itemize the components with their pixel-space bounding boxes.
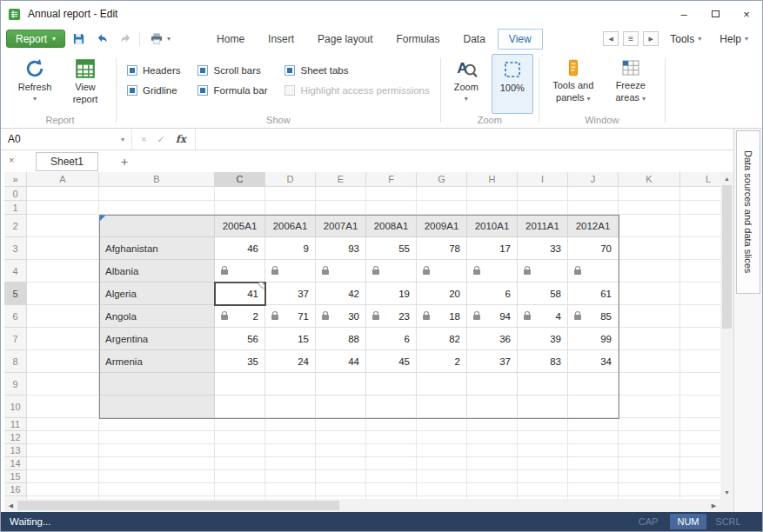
cell-G13[interactable] <box>417 444 467 457</box>
cell-G12[interactable] <box>417 431 467 444</box>
cell-F15[interactable] <box>366 470 417 483</box>
cell-I4[interactable] <box>518 260 568 283</box>
cell-H1[interactable] <box>467 201 518 215</box>
cell-L4[interactable] <box>680 260 720 283</box>
freeze-areas-button[interactable]: Freeze areas▾ <box>602 54 659 114</box>
year-header-cell-D2[interactable]: 2006A1 <box>265 215 316 237</box>
cell-H3[interactable]: 17 <box>467 237 518 260</box>
cell-H7[interactable]: 36 <box>467 328 518 350</box>
cell-D8[interactable]: 24 <box>265 350 316 373</box>
cell-L1[interactable] <box>680 201 720 215</box>
cell-F3[interactable]: 55 <box>366 237 417 260</box>
tools-menu-button[interactable]: Tools ▾ <box>663 33 708 45</box>
cell-I10[interactable] <box>518 396 568 418</box>
add-sheet-button[interactable]: + <box>121 155 128 169</box>
cell-I13[interactable] <box>518 444 568 457</box>
year-header-cell-J2[interactable]: 2012A1 <box>568 215 619 237</box>
row-header-3[interactable]: 3 <box>4 237 27 260</box>
insert-function-icon[interactable]: fx <box>176 133 186 145</box>
view-report-button[interactable]: View report <box>60 54 110 114</box>
cell-F6[interactable]: 23 <box>366 305 417 328</box>
cell-L8[interactable] <box>680 350 720 373</box>
tab-view[interactable]: View <box>498 29 543 50</box>
cell-G10[interactable] <box>417 396 467 418</box>
cell-B15[interactable] <box>99 470 215 483</box>
formula-input[interactable] <box>195 129 733 150</box>
nav-left-button[interactable]: ◀ <box>603 31 619 46</box>
checkbox-highlight-access-permissions[interactable]: Highlight access permissions <box>284 85 429 96</box>
cell-B9[interactable] <box>99 373 215 396</box>
cell-L7[interactable] <box>680 328 720 350</box>
cell-I15[interactable] <box>518 470 568 483</box>
cell-I12[interactable] <box>518 431 568 444</box>
column-header-E[interactable]: E <box>316 172 366 187</box>
cell-G16[interactable] <box>417 483 467 496</box>
year-header-cell-H2[interactable]: 2010A1 <box>467 215 518 237</box>
cell-B0[interactable] <box>99 187 215 201</box>
cell-I1[interactable] <box>518 201 568 215</box>
data-sources-panel-tab[interactable]: Data sources and data slices <box>736 130 760 294</box>
cell-B12[interactable] <box>99 431 215 444</box>
cell-B1[interactable] <box>99 201 215 215</box>
country-cell-armenia[interactable]: Armenia <box>99 350 215 373</box>
row-header-8[interactable]: 8 <box>4 350 27 373</box>
country-cell-albania[interactable]: Albania <box>99 260 215 283</box>
column-header-C[interactable]: C <box>215 172 265 187</box>
cell-E14[interactable] <box>316 457 366 470</box>
nav-right-button[interactable]: ▶ <box>643 31 659 46</box>
cell-I5[interactable]: 58 <box>518 283 568 305</box>
country-cell-afghanistan[interactable]: Afghanistan <box>99 237 215 260</box>
cell-K9[interactable] <box>619 373 680 396</box>
cell-J3[interactable]: 70 <box>568 237 619 260</box>
cell-K6[interactable] <box>619 305 680 328</box>
cell-K16[interactable] <box>619 483 680 496</box>
cell-name-box[interactable]: A0 ▾ <box>1 129 131 150</box>
refresh-button[interactable]: Refresh ▾ <box>10 54 60 114</box>
cell-H8[interactable]: 37 <box>467 350 518 373</box>
tab-page-layout[interactable]: Page layout <box>306 29 384 50</box>
cell-C4[interactable] <box>215 260 265 283</box>
cell-J5[interactable]: 61 <box>568 283 619 305</box>
tab-home[interactable]: Home <box>205 29 256 50</box>
scroll-left-icon[interactable]: ◀ <box>4 499 17 512</box>
cell-D7[interactable]: 15 <box>265 328 316 350</box>
cell-L5[interactable] <box>680 283 720 305</box>
horizontal-scrollbar[interactable]: ◀ ▶ <box>4 499 720 512</box>
cell-C12[interactable] <box>215 431 265 444</box>
cell-E7[interactable]: 88 <box>316 328 366 350</box>
cell-J7[interactable]: 99 <box>568 328 619 350</box>
cell-F5[interactable]: 19 <box>366 283 417 305</box>
cell-K4[interactable] <box>619 260 680 283</box>
cell-J1[interactable] <box>568 201 619 215</box>
cell-J16[interactable] <box>568 483 619 496</box>
redo-button[interactable] <box>115 30 136 48</box>
cell-I11[interactable] <box>518 418 568 431</box>
cell-A11[interactable] <box>27 418 99 431</box>
cell-E1[interactable] <box>316 201 366 215</box>
cell-K0[interactable] <box>619 187 680 201</box>
cell-F12[interactable] <box>366 431 417 444</box>
cell-C5[interactable]: 41▶ <box>215 283 265 305</box>
cell-A1[interactable] <box>27 201 99 215</box>
column-header-D[interactable]: D <box>265 172 316 187</box>
help-menu-button[interactable]: Help ▾ <box>713 33 755 45</box>
name-box-caret-icon[interactable]: ▾ <box>121 136 124 143</box>
row-header-4[interactable]: 4 <box>4 260 27 283</box>
cell-E9[interactable] <box>316 373 366 396</box>
cell-H15[interactable] <box>467 470 518 483</box>
cell-C6[interactable]: 2 <box>215 305 265 328</box>
cell-A4[interactable] <box>27 260 99 283</box>
cell-A5[interactable] <box>27 283 99 305</box>
print-button[interactable] <box>146 30 167 48</box>
cell-D3[interactable]: 9 <box>265 237 316 260</box>
cell-L6[interactable] <box>680 305 720 328</box>
cell-D0[interactable] <box>265 187 316 201</box>
cell-J6[interactable]: 85 <box>568 305 619 328</box>
cell-A2[interactable] <box>27 215 99 237</box>
cell-C1[interactable] <box>215 201 265 215</box>
cell-K5[interactable] <box>619 283 680 305</box>
cell-L10[interactable] <box>680 396 720 418</box>
cell-I6[interactable]: 4 <box>518 305 568 328</box>
row-header-14[interactable]: 14 <box>4 457 27 470</box>
cell-L2[interactable] <box>680 215 720 237</box>
